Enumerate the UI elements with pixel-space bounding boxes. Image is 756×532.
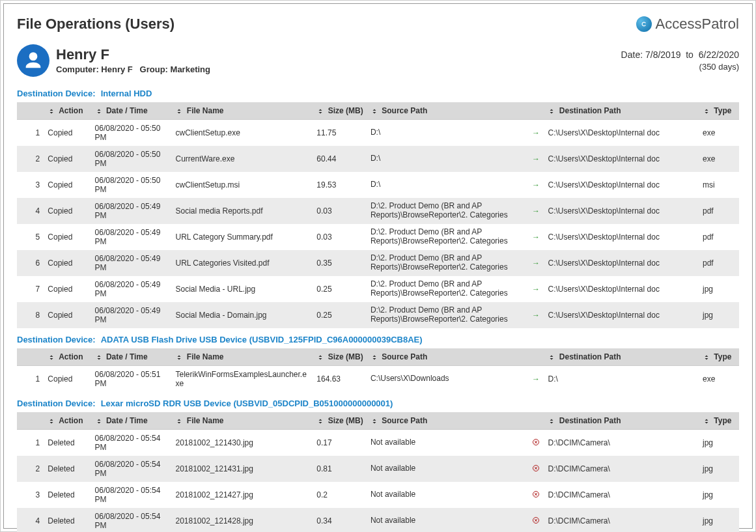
cell-datetime: 06/08/2020 - 05:49 PM (91, 224, 172, 250)
file-operations-table: Action Date / Time File Name Size (MB) S… (17, 412, 739, 532)
sort-icon (316, 354, 324, 361)
col-destination[interactable]: Destination Path (544, 102, 698, 120)
cell-index: 5 (17, 224, 44, 250)
cell-datetime: 06/08/2020 - 05:54 PM (91, 482, 172, 508)
dd-label: Destination Device: (17, 335, 96, 344)
col-destination[interactable]: Destination Path (544, 348, 698, 366)
col-type[interactable]: Type (699, 102, 739, 120)
cell-size: 0.03 (313, 198, 367, 224)
cell-index: 6 (17, 250, 44, 276)
destination-device-label: Destination Device:Lexar microSD RDR USB… (17, 399, 739, 408)
col-index[interactable] (17, 412, 44, 430)
cell-action: Deleted (44, 508, 91, 532)
sort-icon (316, 107, 324, 115)
table-row: 5Copied06/08/2020 - 05:49 PMURL Category… (17, 224, 739, 250)
sort-icon (48, 417, 55, 425)
cell-destination: D:\DCIM\Camera\ (544, 430, 698, 456)
col-size[interactable]: Size (MB) (313, 348, 367, 366)
arrow-icon: → (528, 366, 544, 393)
table-row: 3Copied06/08/2020 - 05:50 PMcwClientSetu… (17, 172, 739, 198)
cell-size: 0.81 (313, 456, 367, 482)
col-type[interactable]: Type (699, 348, 739, 366)
cell-filename: Social Media - Domain.jpg (171, 302, 313, 328)
cell-action: Copied (44, 302, 91, 328)
arrow-icon: → (528, 146, 544, 172)
cell-size: 11.75 (313, 120, 367, 147)
cell-action: Copied (44, 146, 91, 172)
col-arrow (528, 348, 544, 366)
sort-icon (175, 107, 183, 115)
sort-icon (371, 354, 378, 361)
cell-filename: Social Media - URL.jpg (171, 276, 313, 302)
cell-destination: C:\Users\X\Desktop\Internal doc (544, 120, 698, 147)
cell-datetime: 06/08/2020 - 05:54 PM (91, 508, 172, 532)
col-filename[interactable]: File Name (171, 348, 313, 366)
col-datetime[interactable]: Date / Time (91, 412, 172, 430)
table-row: 8Copied06/08/2020 - 05:49 PMSocial Media… (17, 302, 739, 328)
cell-index: 1 (17, 366, 44, 393)
brand-icon (636, 16, 652, 32)
col-filename[interactable]: File Name (171, 102, 313, 120)
col-destination[interactable]: Destination Path (544, 412, 698, 430)
page-title: File Operations (Users) (17, 16, 175, 33)
dd-label: Destination Device: (17, 399, 96, 408)
table-row: 1Deleted06/08/2020 - 05:54 PM20181002_12… (17, 430, 739, 456)
cell-filename: 20181002_121430.jpg (171, 430, 313, 456)
col-arrow (528, 102, 544, 120)
cell-source: D:\ (367, 172, 528, 198)
cell-action: Deleted (44, 430, 91, 456)
table-row: 4Deleted06/08/2020 - 05:54 PM20181002_12… (17, 508, 739, 532)
cell-size: 0.25 (313, 302, 367, 328)
col-index[interactable] (17, 102, 44, 120)
cell-datetime: 06/08/2020 - 05:49 PM (91, 276, 172, 302)
table-row: 4Copied06/08/2020 - 05:49 PMSocial media… (17, 198, 739, 224)
cell-filename: CurrentWare.exe (171, 146, 313, 172)
table-row: 2Deleted06/08/2020 - 05:54 PM20181002_12… (17, 456, 739, 482)
sort-icon (48, 354, 55, 361)
cell-destination: D:\DCIM\Camera\ (544, 482, 698, 508)
cell-action: Copied (44, 172, 91, 198)
col-source[interactable]: Source Path (367, 102, 528, 120)
sort-icon (703, 107, 710, 115)
cell-size: 0.17 (313, 430, 367, 456)
cell-filename: 20181002_121431.jpg (171, 456, 313, 482)
cell-destination: C:\Users\X\Desktop\Internal doc (544, 250, 698, 276)
cell-destination: D:\ (544, 366, 698, 393)
col-source[interactable]: Source Path (367, 412, 528, 430)
cell-index: 7 (17, 276, 44, 302)
cell-index: 3 (17, 172, 44, 198)
cell-type: pdf (699, 250, 739, 276)
col-index[interactable] (17, 348, 44, 366)
col-action[interactable]: Action (44, 102, 91, 120)
cell-index: 1 (17, 120, 44, 147)
cell-action: Copied (44, 250, 91, 276)
cell-filename: 20181002_121428.jpg (171, 508, 313, 532)
table-row: 3Deleted06/08/2020 - 05:54 PM20181002_12… (17, 482, 739, 508)
col-size[interactable]: Size (MB) (313, 102, 367, 120)
col-action[interactable]: Action (44, 348, 91, 366)
cell-size: 0.35 (313, 250, 367, 276)
col-size[interactable]: Size (MB) (313, 412, 367, 430)
cell-source: D:\2. Product Demo (BR and AP Reports)\B… (367, 276, 528, 302)
cell-source: D:\2. Product Demo (BR and AP Reports)\B… (367, 302, 528, 328)
col-datetime[interactable]: Date / Time (91, 102, 172, 120)
delete-icon (528, 456, 544, 482)
cell-size: 60.44 (313, 146, 367, 172)
col-source[interactable]: Source Path (367, 348, 528, 366)
cell-source: D:\2. Product Demo (BR and AP Reports)\B… (367, 250, 528, 276)
cell-type: msi (699, 172, 739, 198)
brand: AccessPatrol (636, 16, 739, 33)
cell-size: 0.03 (313, 224, 367, 250)
cell-size: 164.63 (313, 366, 367, 393)
delete-icon (528, 430, 544, 456)
col-filename[interactable]: File Name (171, 412, 313, 430)
cell-datetime: 06/08/2020 - 05:50 PM (91, 172, 172, 198)
cell-destination: D:\DCIM\Camera\ (544, 508, 698, 532)
destination-device-label: Destination Device:Internal HDD (17, 89, 739, 98)
cell-index: 2 (17, 456, 44, 482)
col-action[interactable]: Action (44, 412, 91, 430)
col-datetime[interactable]: Date / Time (91, 348, 172, 366)
col-type[interactable]: Type (699, 412, 739, 430)
cell-datetime: 06/08/2020 - 05:49 PM (91, 302, 172, 328)
dd-value: ADATA USB Flash Drive USB Device (USBVID… (101, 335, 423, 344)
